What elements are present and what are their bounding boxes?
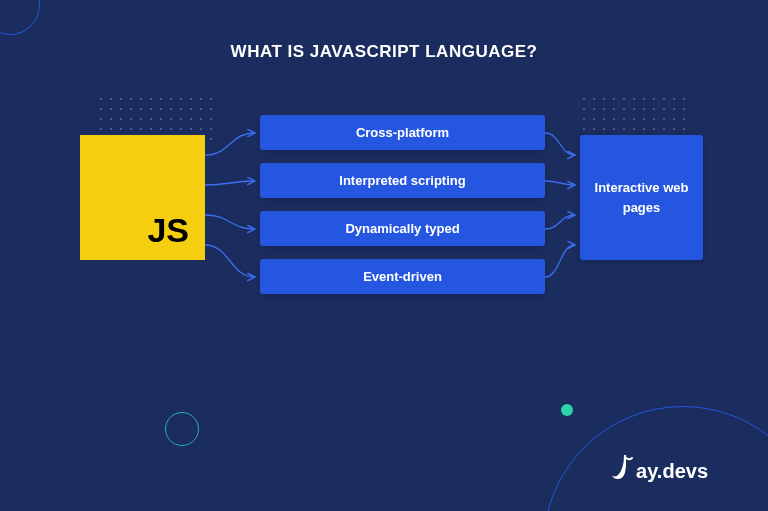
js-logo-text: JS: [147, 211, 189, 250]
brand-logo: ay.devs: [610, 453, 708, 483]
js-logo-box: JS: [80, 135, 205, 260]
feature-event-driven: Event-driven: [260, 259, 545, 294]
feature-cross-platform: Cross-platform: [260, 115, 545, 150]
feature-list: Cross-platform Interpreted scripting Dyn…: [260, 115, 545, 307]
output-box: Interactive web pages: [580, 135, 703, 260]
brand-logo-icon: [610, 453, 634, 483]
decorative-circle-bottom-left: [165, 412, 199, 446]
decorative-circle-top-left: [0, 0, 40, 35]
brand-logo-text: ay.devs: [636, 460, 708, 483]
decorative-dot-green: [561, 404, 573, 416]
feature-dynamically-typed: Dynamically typed: [260, 211, 545, 246]
page-title: WHAT IS JAVASCRIPT LANGUAGE?: [0, 42, 768, 62]
feature-interpreted: Interpreted scripting: [260, 163, 545, 198]
diagram-container: JS Cross-platform Interpreted scripting …: [80, 115, 703, 325]
